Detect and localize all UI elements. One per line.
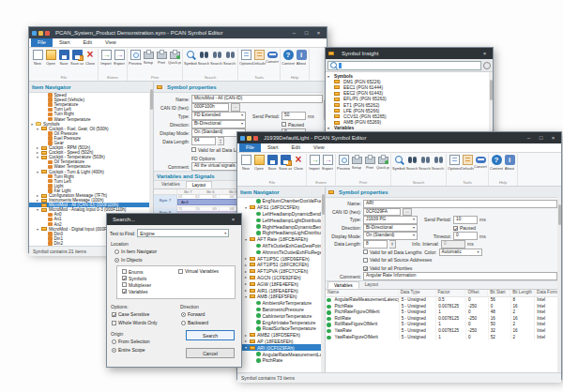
ribbon-tab[interactable]: View <box>307 143 331 152</box>
in-objects-radio[interactable] <box>114 258 119 263</box>
ribbon-button[interactable]: Options <box>239 49 252 75</box>
object-type-checkbox[interactable] <box>122 269 127 274</box>
open-icon[interactable] <box>38 31 43 36</box>
back-window-titlebar[interactable]: PCAN_System_Product Demonstration.sym - … <box>29 27 327 38</box>
can-id-browse-button[interactable]: ... <box>403 208 412 217</box>
ribbon-button[interactable]: Search Backward <box>418 154 432 180</box>
virtual-variables-checkbox[interactable] <box>178 269 183 274</box>
tree-item[interactable]: RoadSurfaceTemperature <box>237 325 325 332</box>
tree-item[interactable]: AmbientAirTemperature <box>237 300 325 307</box>
tree-item[interactable]: AftrtmntTkOutletExhFluRegenStat <box>237 249 325 255</box>
ribbon-button[interactable]: Close <box>292 154 305 180</box>
whole-words-checkbox[interactable] <box>112 321 116 325</box>
close-button[interactable]: × <box>313 29 324 38</box>
type-select[interactable]: J1939 PG▾ <box>363 216 418 224</box>
ribbon-tab[interactable]: Edit <box>77 38 99 47</box>
ribbon-button[interactable]: Convert <box>266 49 279 75</box>
data-length-field[interactable]: 8 <box>363 240 388 249</box>
ribbon-button[interactable]: Export <box>113 49 126 75</box>
open-icon[interactable] <box>247 136 251 141</box>
ribbon-button[interactable]: Quick print <box>376 154 389 180</box>
tree-item[interactable]: ▾ ARI (0CF029FAh) <box>237 344 325 351</box>
ribbon-button[interactable]: Import <box>308 154 321 180</box>
ribbon-button[interactable]: Export <box>321 154 334 180</box>
tree-item[interactable]: EngAirIntakeTemperature <box>237 319 325 325</box>
ribbon-button[interactable]: Convert <box>474 154 487 180</box>
tab-layout[interactable]: Layout <box>359 281 384 289</box>
color-select[interactable]: Automatic▾ <box>439 249 482 257</box>
tree-item[interactable]: ▸ AGW (18FE4EFEh) <box>237 280 325 287</box>
column-header[interactable]: Offset <box>465 290 488 296</box>
tree-item[interactable]: ▾ AFS1 (18FDC5FEh) <box>237 204 325 211</box>
table-row[interactable]: RollRate 5 - Unsigned 0.0078125 -250 16 … <box>326 316 561 323</box>
ribbon-button[interactable]: Save as <box>279 154 292 180</box>
tree-item[interactable]: AngularRateMeasurementLatency <box>237 351 325 357</box>
type-select[interactable]: FD Extended▾ <box>191 112 246 120</box>
ribbon-button[interactable]: New <box>239 154 252 180</box>
entire-scope-radio[interactable] <box>112 348 116 353</box>
undo-icon[interactable] <box>45 31 50 36</box>
ribbon-button[interactable]: Symbols Insight <box>392 154 405 180</box>
in-item-navigator-radio[interactable] <box>114 249 119 254</box>
tree-item[interactable]: ▾ AMB (18FEF5FEh) <box>237 294 325 300</box>
insight-scrollbar[interactable] <box>489 72 493 138</box>
paused-checkbox[interactable] <box>282 122 286 127</box>
tree-item[interactable]: ▸ AIR1 (18FEAEFEh) <box>237 287 325 294</box>
valid-priorities-checkbox[interactable] <box>363 266 368 271</box>
ribbon-tab[interactable]: View <box>99 38 123 47</box>
tree-item[interactable]: EngNumChamberDosValFuelRatio <box>237 198 325 204</box>
ribbon-button[interactable]: Preview <box>129 49 142 75</box>
ribbon-button[interactable]: About <box>503 154 516 180</box>
column-header[interactable]: Data Type <box>399 290 436 296</box>
ribbon-button[interactable]: Print <box>155 49 168 75</box>
properties-scrollbar[interactable] <box>557 197 561 372</box>
ribbon-button[interactable]: Search <box>405 154 418 180</box>
undo-icon[interactable] <box>253 136 258 141</box>
maximize-button[interactable]: □ <box>536 134 546 143</box>
table-row[interactable]: RollRateFigureOfMerit 5 - Unsigned 1 0 5… <box>326 322 561 328</box>
column-header[interactable]: Factor <box>436 290 466 296</box>
search-dialog-titlebar[interactable]: Search... × <box>107 214 241 225</box>
tree-item[interactable]: PitchRate <box>237 357 325 364</box>
tree-item[interactable]: AftTkOutletExhGasDewPointStat <box>237 243 325 249</box>
ribbon-button[interactable]: Search Forward <box>223 49 236 75</box>
valid-source-addresses-checkbox[interactable] <box>363 258 368 263</box>
column-header[interactable]: Name <box>326 290 399 296</box>
timeout-field[interactable]: 0 <box>453 232 478 240</box>
cancel-button[interactable]: Cancel <box>186 348 235 358</box>
table-row[interactable]: YawRate 5 - Unsigned 0.0078125 -250 32 1… <box>326 328 561 335</box>
ribbon-button[interactable]: Defaults <box>461 154 474 180</box>
ribbon-tab[interactable]: Start <box>261 143 285 152</box>
spinner-icon[interactable]: ▴▾ <box>218 137 224 145</box>
valid-data-lengths-checkbox[interactable] <box>191 147 196 152</box>
ribbon-button[interactable]: Options <box>448 154 461 180</box>
ribbon-tab[interactable]: Start <box>53 38 77 47</box>
close-button[interactable]: × <box>228 216 238 224</box>
ribbon-button[interactable]: Save <box>266 154 279 180</box>
tree-item[interactable]: BarometricPressure <box>237 307 325 313</box>
display-mode-select[interactable]: On (Standard)▾ <box>363 232 418 240</box>
ribbon-button[interactable]: Print <box>363 154 376 180</box>
table-row[interactable]: AngularRateMeasurementLatency 5 - Unsign… <box>326 297 561 304</box>
comment-field[interactable]: Angular Rate Information <box>363 272 557 280</box>
table-row[interactable]: YawRateFigureOfMerit 5 - Unsigned 1 0 52… <box>326 335 561 341</box>
minimize-button[interactable]: – <box>289 29 299 38</box>
ribbon-button[interactable]: About <box>295 49 308 75</box>
send-period-field[interactable]: 50 <box>282 112 306 120</box>
tree-scrollbar[interactable] <box>321 187 325 372</box>
data-length-field[interactable]: 64 <box>191 137 216 145</box>
maximize-button[interactable]: □ <box>301 29 312 38</box>
column-header[interactable]: Bit Start <box>488 290 510 296</box>
paused-checkbox[interactable] <box>453 226 458 231</box>
tree-item[interactable]: CabInteriorTemperature <box>237 312 325 319</box>
forward-radio[interactable] <box>181 312 186 317</box>
tab-variables[interactable]: Variables <box>327 281 359 289</box>
ribbon-button[interactable]: Contents <box>282 49 295 75</box>
table-row[interactable]: PitchRate 5 - Unsigned 0.0078125 -250 0 … <box>326 304 561 310</box>
object-type-checkbox[interactable] <box>122 282 127 287</box>
direction-select[interactable]: Bi-Directional▾ <box>191 120 246 128</box>
ribbon-button[interactable]: New <box>31 49 44 75</box>
tree-item[interactable]: ▾ AFT Rate (18FCBAFEh) <box>237 236 325 243</box>
valid-data-lengths-checkbox[interactable] <box>363 249 368 254</box>
table-row[interactable]: PitchRateFigureOfMerit 5 - Unsigned 1 0 … <box>326 309 561 316</box>
